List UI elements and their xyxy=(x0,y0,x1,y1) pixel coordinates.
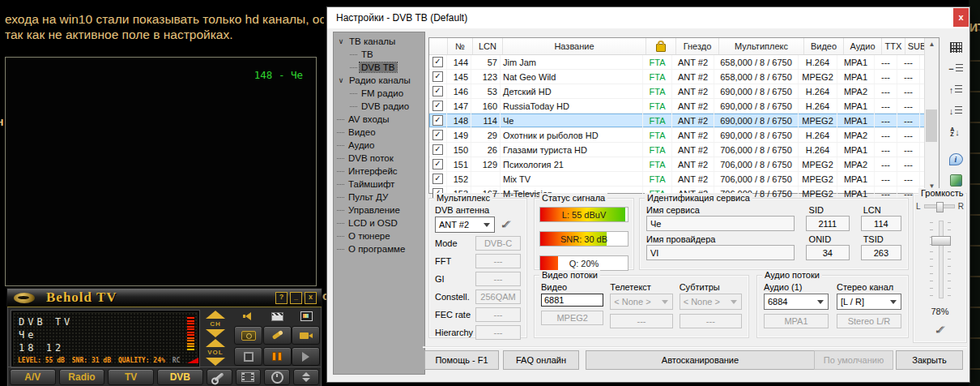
remove-item-icon[interactable]: − xyxy=(946,61,965,76)
apply-check-icon[interactable]: ✓ xyxy=(499,217,512,232)
antenna-select[interactable]: ANT #2 xyxy=(435,217,495,233)
help-button[interactable]: Помощь - F1 xyxy=(424,350,499,370)
volume-up-button[interactable] xyxy=(206,339,225,347)
play-button[interactable] xyxy=(292,347,320,366)
source-button-dvb[interactable]: DVB xyxy=(157,369,203,385)
column-header-Видео[interactable]: Видео xyxy=(804,38,844,54)
row-checkbox[interactable]: ✓ xyxy=(432,57,443,67)
stop-button[interactable] xyxy=(234,347,262,366)
sidebar-item-audio[interactable]: Аудио xyxy=(334,139,424,152)
clapper-button[interactable] xyxy=(264,309,291,324)
close-button[interactable]: x xyxy=(953,8,969,27)
column-header-№[interactable]: № xyxy=(448,38,473,54)
table-row-147[interactable]: ✓147160RussiaToday HDFTAANT #2690,000 / … xyxy=(429,99,939,114)
player-help-button[interactable]: ? xyxy=(275,292,288,304)
column-header-Аудио[interactable]: Аудио xyxy=(844,38,882,54)
row-checkbox[interactable]: ✓ xyxy=(432,86,443,96)
speaker-button[interactable] xyxy=(234,309,261,324)
teletext-select[interactable]: < None > xyxy=(610,294,672,310)
sidebar-item-video[interactable]: Видео xyxy=(334,126,424,139)
table-row-146[interactable]: ✓14653Детский HDFTAANT #2690,000 / 8 / 6… xyxy=(429,84,939,99)
sidebar-item-control[interactable]: Управление xyxy=(334,204,424,217)
sidebar-item-fm-radio[interactable]: FM радио xyxy=(334,87,424,100)
column-header-lock[interactable] xyxy=(646,38,676,54)
column-header-TTX[interactable]: TTX xyxy=(882,38,905,54)
column-header-Название[interactable]: Название xyxy=(503,38,646,54)
pause-button[interactable] xyxy=(263,347,292,366)
camcorder-button[interactable] xyxy=(292,326,320,345)
row-checkbox[interactable]: ✓ xyxy=(432,144,443,155)
row-checkbox[interactable]: ✓ xyxy=(432,71,443,82)
sort-az-icon[interactable]: AZ↓ xyxy=(946,124,965,139)
table-row-149[interactable]: ✓14929Охотник и рыболов HDFTAANT #2690,0… xyxy=(429,128,939,143)
sidebar-item-tv-channels[interactable]: ∨ТВ каналы xyxy=(334,35,424,48)
close-button[interactable]: Закрыть xyxy=(896,350,963,370)
source-button-radio[interactable]: Radio xyxy=(59,369,105,385)
recycle-bin-icon[interactable] xyxy=(946,173,965,188)
table-row-150[interactable]: ✓15026Глазами туриста HDFTAANT #2706,000… xyxy=(429,143,939,157)
autoscan-button[interactable]: Автосканирование xyxy=(586,350,815,370)
sidebar-item-remote[interactable]: Пульт ДУ xyxy=(334,191,424,204)
row-checkbox[interactable]: ✓ xyxy=(432,174,443,184)
monitor-button[interactable] xyxy=(293,309,320,324)
film-button[interactable] xyxy=(236,369,262,385)
table-row-152[interactable]: ✓152Mix TVFTAANT #2706,000 / 8 / 6750MPE… xyxy=(429,172,939,187)
microphone-button[interactable] xyxy=(263,326,292,345)
chevron-down-icon[interactable]: ∨ xyxy=(337,76,345,84)
dialog-titlebar[interactable]: Настройки - DVB ТВ (Default) x xyxy=(327,7,969,28)
volume-down-button[interactable] xyxy=(206,358,225,366)
timer-button[interactable] xyxy=(264,369,290,385)
scroll-up-icon[interactable]: ▲ xyxy=(925,38,939,51)
table-scrollbar[interactable]: ▲ ▼ xyxy=(924,38,939,193)
sidebar-item-lcd-osd[interactable]: LCD и OSD xyxy=(334,217,424,229)
sidebar-item-interface[interactable]: Интерфейс xyxy=(334,165,424,178)
column-header-Гнездо[interactable]: Гнездо xyxy=(676,38,719,54)
channel-up-button[interactable] xyxy=(206,311,225,319)
move-up-icon[interactable]: ↑ xyxy=(946,82,965,97)
sidebar-item-dvb-radio[interactable]: DVB радио xyxy=(334,100,424,113)
row-checkbox[interactable]: ✓ xyxy=(432,101,443,111)
audio-pid-select[interactable]: 6884 xyxy=(764,294,829,310)
sidebar-item-av-inputs[interactable]: AV входы xyxy=(334,113,424,126)
scrollbar-thumb[interactable] xyxy=(926,109,937,142)
sidebar-item-dvb-tv[interactable]: DVB ТВ xyxy=(334,61,424,74)
select-all-icon[interactable] xyxy=(946,40,965,55)
faq-button[interactable]: FAQ онлайн xyxy=(503,350,579,370)
move-down-icon[interactable]: ↓ xyxy=(946,103,965,118)
stereo-channel-select[interactable]: [L / R] xyxy=(837,294,901,310)
volume-slider[interactable] xyxy=(927,221,954,298)
row-checkbox[interactable]: ✓ xyxy=(432,130,443,140)
player-minimize-button[interactable]: _ xyxy=(290,292,302,304)
updown-button[interactable] xyxy=(293,369,319,385)
camera-button[interactable] xyxy=(234,326,262,345)
chevron-down-icon[interactable]: ∨ xyxy=(337,37,345,45)
column-header-Мультиплекс[interactable]: Мультиплекс xyxy=(719,38,804,54)
volume-thumb[interactable] xyxy=(931,236,951,246)
table-row-145[interactable]: ✓145123Nat Geo WildFTAANT #2658,000 / 8 … xyxy=(429,70,939,84)
player-close-button[interactable]: x xyxy=(305,292,317,304)
info-icon[interactable]: i xyxy=(946,152,965,167)
sidebar-item-timeshift[interactable]: Таймшифт xyxy=(334,178,424,191)
volume-check-icon[interactable]: ✓ xyxy=(934,323,947,337)
subtitles-select[interactable]: < None > xyxy=(680,294,742,310)
video-pid-input[interactable] xyxy=(541,294,603,307)
row-checkbox[interactable]: ✓ xyxy=(432,115,443,126)
channel-table: №LCNНазваниеГнездоМультиплексВидеоАудиоT… xyxy=(428,37,940,194)
sidebar-item-about-app[interactable]: О программе xyxy=(334,242,424,255)
source-button-av[interactable]: A/V xyxy=(10,369,56,385)
column-header-LCN[interactable]: LCN xyxy=(473,38,503,54)
sidebar-item-dvb-stream[interactable]: DVB поток xyxy=(334,152,424,165)
sidebar-item-about-tuner[interactable]: О тюнере xyxy=(334,229,424,242)
source-button-tv[interactable]: TV xyxy=(108,369,154,385)
table-row-151[interactable]: ✓151129Психология 21FTAANT #2706,000 / 8… xyxy=(429,157,939,172)
table-row-148[interactable]: ✓148114ЧеFTAANT #2690,000 / 8 / 6750MPEG… xyxy=(429,114,939,128)
balance-thumb[interactable] xyxy=(936,202,944,212)
table-row-144[interactable]: ✓14457Jim JamFTAANT #2658,000 / 8 / 6750… xyxy=(429,55,939,70)
defaults-button[interactable]: По умолчанию xyxy=(814,350,893,370)
sidebar-item-radio-channels[interactable]: ∨Радио каналы xyxy=(334,74,424,87)
row-checkbox[interactable]: ✓ xyxy=(432,159,443,169)
balance-slider[interactable] xyxy=(924,204,955,208)
channel-down-button[interactable] xyxy=(206,329,225,337)
wrench-button[interactable] xyxy=(207,369,232,385)
sidebar-item-tv[interactable]: ТВ xyxy=(334,48,424,61)
